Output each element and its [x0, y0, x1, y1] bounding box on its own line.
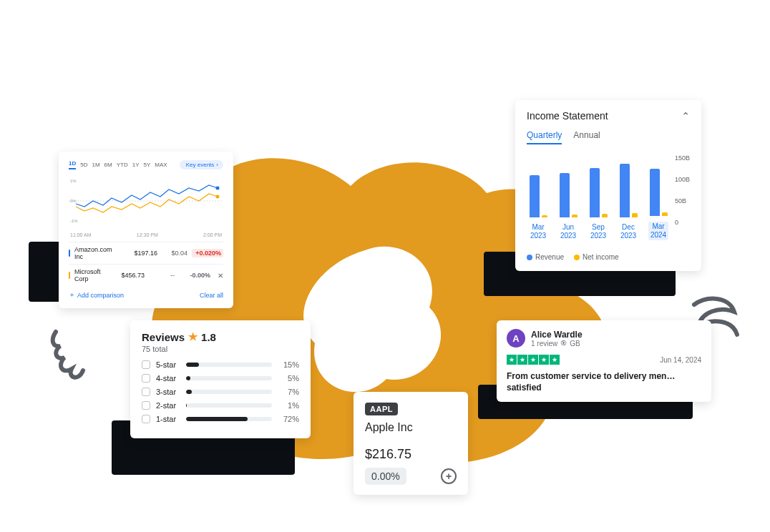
- single-review-card: A Alice Wardle 1 review ⦿ GB ★★★★★ Jun 1…: [497, 320, 711, 402]
- review-title: From customer service to delivery men… s…: [507, 370, 701, 393]
- tab-annual[interactable]: Annual: [573, 130, 600, 144]
- svg-text:1%: 1%: [70, 179, 77, 183]
- close-icon[interactable]: ✕: [215, 272, 223, 280]
- star-tier-label: 1-star: [156, 415, 180, 423]
- dist-pct: 5%: [278, 374, 299, 383]
- add-comparison-button[interactable]: ＋ Add comparison: [69, 290, 124, 300]
- series-color-marker: [69, 272, 70, 279]
- price: $456.73: [107, 272, 145, 279]
- dist-pct: 72%: [278, 415, 299, 423]
- stock-compare-card: 1D 5D 1M 6M YTD 1Y 5Y MAX Key events › 1…: [59, 152, 233, 308]
- review-dist-row[interactable]: 2-star1%: [142, 401, 299, 410]
- company-name: Microsoft Corp: [74, 268, 103, 282]
- key-events-pill[interactable]: Key events ›: [180, 160, 223, 169]
- bar-label: Jun2023: [560, 223, 576, 240]
- reviews-score: 1.8: [201, 331, 216, 343]
- income-statement-card: Income Statement ⌄ Quarterly Annual 150B…: [515, 100, 701, 271]
- bar-group[interactable]: Jun2023: [557, 146, 580, 240]
- delta: $0.04: [162, 250, 187, 257]
- netincome-bar: [572, 215, 578, 217]
- netincome-bar: [542, 215, 547, 217]
- range-5d[interactable]: 5D: [80, 162, 87, 168]
- dist-pct: 15%: [278, 360, 299, 369]
- dot-icon: [574, 255, 580, 260]
- clear-all-button[interactable]: Clear all: [200, 292, 223, 299]
- legend-netincome: Net income: [574, 253, 619, 261]
- add-to-watchlist-button[interactable]: +: [441, 468, 457, 484]
- legend-label: Revenue: [535, 253, 564, 261]
- company-name: Apple Inc: [365, 421, 457, 434]
- star-icon: ★: [188, 330, 198, 343]
- dist-pct: 7%: [278, 388, 299, 396]
- y-axis: 150B 100B 50B 0: [675, 154, 690, 226]
- review-dist-row[interactable]: 1-star72%: [142, 415, 299, 423]
- ticker-badge: AAPL: [365, 403, 398, 415]
- bar-label: Sep2023: [590, 223, 606, 240]
- legend-revenue: Revenue: [527, 253, 564, 261]
- reviews-summary-card: Reviews ★ 1.8 75 total 5-star15%4-star5%…: [130, 320, 311, 438]
- time-axis: 11:00 AM 12:30 PM 2:00 PM: [69, 232, 223, 237]
- percent-change-pill: 0.00%: [365, 468, 406, 485]
- chevron-right-icon: ›: [216, 162, 218, 168]
- checkbox[interactable]: [142, 360, 150, 369]
- svg-text:0%: 0%: [70, 199, 77, 203]
- decorative-scribble-left: [47, 326, 90, 383]
- star-icon: ★: [507, 355, 517, 365]
- checkbox[interactable]: [142, 374, 150, 383]
- review-dist-row[interactable]: 3-star7%: [142, 388, 299, 396]
- plus-icon: ＋: [69, 290, 75, 300]
- bar-group[interactable]: Dec2023: [617, 146, 640, 240]
- range-1d[interactable]: 1D: [69, 160, 76, 169]
- checkbox[interactable]: [142, 415, 150, 423]
- svg-point-4: [216, 187, 220, 190]
- avatar: A: [507, 329, 525, 348]
- svg-point-5: [216, 195, 220, 199]
- add-comparison-label: Add comparison: [77, 292, 124, 299]
- key-events-label: Key events: [186, 162, 215, 168]
- star-tier-label: 3-star: [156, 388, 180, 396]
- bar-group[interactable]: Mar2023: [527, 146, 550, 240]
- compare-row-microsoft[interactable]: Microsoft Corp $456.73 -- -0.00% ✕: [69, 264, 223, 286]
- time-tick: 12:30 PM: [137, 232, 158, 237]
- checkbox[interactable]: [142, 388, 150, 396]
- bar-label: Mar2024: [648, 222, 668, 240]
- bar-group[interactable]: Sep2023: [587, 146, 610, 240]
- revenue-bar: [560, 173, 570, 218]
- checkbox[interactable]: [142, 401, 150, 410]
- revenue-bar: [620, 164, 630, 217]
- review-dist-row[interactable]: 5-star15%: [142, 360, 299, 369]
- star-tier-label: 5-star: [156, 360, 180, 369]
- compare-row-amazon[interactable]: Amazon.com Inc $197.16 $0.04 +0.020%: [69, 242, 223, 264]
- star-icon: ★: [528, 355, 538, 365]
- time-tick: 11:00 AM: [70, 232, 92, 237]
- netincome-bar: [662, 212, 668, 216]
- range-ytd[interactable]: YTD: [117, 162, 128, 168]
- revenue-bar: [530, 175, 540, 217]
- plus-icon: +: [446, 471, 452, 482]
- company-name: Amazon.com Inc: [74, 246, 116, 260]
- dist-bar: [186, 390, 272, 394]
- y-tick: 50B: [675, 197, 690, 205]
- bar-group[interactable]: Mar2024: [647, 144, 670, 240]
- stock-price: $216.75: [365, 447, 457, 462]
- bar-label: Mar2023: [530, 223, 546, 240]
- bar-label: Dec2023: [620, 223, 636, 240]
- compare-line-chart: 1% 0% -1%: [69, 175, 223, 227]
- trustpilot-stars: ★★★★★: [507, 355, 560, 365]
- review-dist-row[interactable]: 4-star5%: [142, 374, 299, 383]
- percent-change: +0.020%: [192, 249, 223, 257]
- revenue-bar: [590, 168, 600, 217]
- range-1m[interactable]: 1M: [92, 162, 99, 168]
- chevron-up-icon[interactable]: ⌄: [681, 110, 690, 122]
- tab-quarterly[interactable]: Quarterly: [527, 130, 562, 144]
- stock-quote-card: AAPL Apple Inc $216.75 0.00% +: [354, 392, 468, 495]
- range-6m[interactable]: 6M: [104, 162, 112, 168]
- range-1y[interactable]: 1Y: [132, 162, 140, 168]
- reviewer-country: GB: [570, 340, 580, 348]
- dist-bar: [186, 376, 272, 380]
- range-5y[interactable]: 5Y: [144, 162, 151, 168]
- netincome-bar: [602, 214, 608, 217]
- svg-text:-1%: -1%: [70, 219, 78, 223]
- range-max[interactable]: MAX: [155, 162, 167, 168]
- income-title: Income Statement: [527, 110, 608, 122]
